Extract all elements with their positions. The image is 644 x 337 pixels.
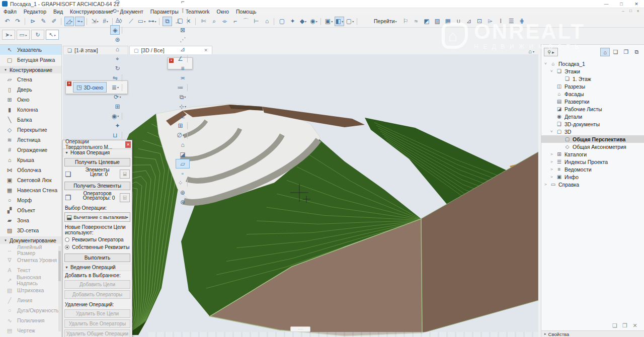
arc-tool[interactable]: ○ Дуга/Окружность xyxy=(0,305,61,315)
stair-tool[interactable]: ≋ Лестница xyxy=(0,135,61,145)
align-middle-icon[interactable]: ≍ xyxy=(176,73,190,82)
tree-3d-documents[interactable]: ❑ 3D-документы xyxy=(541,120,644,128)
arc-icon[interactable]: ⌒ xyxy=(241,17,251,26)
slope-icon[interactable]: ∠ xyxy=(176,54,185,63)
flip-icon[interactable]: ⇋ xyxy=(110,73,120,82)
grid-icon[interactable]: ▦ xyxy=(443,17,453,26)
pointer-button[interactable]: ↖▸ xyxy=(46,30,59,40)
guide-segment-icon[interactable]: ⟋ xyxy=(126,17,136,26)
polygon-icon[interactable]: ◆▾ xyxy=(298,17,308,26)
pick-up-parameters-icon[interactable]: ⌯ xyxy=(220,17,229,26)
markup-icon[interactable]: ⚐ xyxy=(401,17,411,26)
dimension-tool[interactable]: ↔ Линейный Размер xyxy=(0,245,61,255)
tree-expander-icon[interactable]: ˅ xyxy=(550,129,555,134)
project-chooser-button[interactable]: ⚲ ▸ xyxy=(544,48,558,56)
union-icon[interactable]: ∪ xyxy=(454,17,463,26)
tree-expander-icon[interactable]: ˅ xyxy=(550,69,555,73)
hatch-icon[interactable]: ◩ xyxy=(422,17,432,26)
label-tool[interactable]: ↗ Выносная Надпись xyxy=(0,275,61,285)
walk-icon[interactable]: ♙ xyxy=(110,16,124,25)
roof-tool[interactable]: ⌂ Крыша xyxy=(0,155,61,165)
pointer-tool[interactable]: ↖ Указатель xyxy=(0,45,61,55)
chain-icon[interactable]: ⊕ xyxy=(176,188,190,197)
delete-all-targets-button[interactable]: Удалить Все Цели xyxy=(64,309,130,318)
menu-item[interactable]: Окно xyxy=(213,9,232,15)
level-dimension-tool[interactable]: ∇ Отметка Уровня xyxy=(0,255,61,265)
edit-plane-icon[interactable]: ◪ xyxy=(176,149,190,159)
door-tool[interactable]: ▯ Дверь xyxy=(0,85,61,95)
camera-marker-icon[interactable]: ⌖ xyxy=(110,54,124,63)
layouts-icon[interactable]: ❐ xyxy=(621,48,631,56)
column-tool[interactable]: ▮ Колонна xyxy=(0,105,61,115)
add-operators-button[interactable]: Добавить Операторы xyxy=(64,290,130,299)
tab-close-icon[interactable]: ✕ xyxy=(194,48,208,53)
go-to-button[interactable]: Перейти▾ xyxy=(371,17,400,26)
turn-icon[interactable]: ↻ xyxy=(110,63,124,73)
delete-all-operators-button[interactable]: Удалить Все Операторы xyxy=(64,319,130,328)
stamp-icon[interactable]: ⊡ xyxy=(475,17,485,26)
section-document[interactable]: ▾ Документирование xyxy=(0,236,61,244)
marquee-tool[interactable]: ▢ Бегущая Рамка xyxy=(0,55,61,65)
get-operator-elements-button[interactable]: Получить Элементы Операторов xyxy=(64,182,130,190)
curtain-wall-tool[interactable]: ▦ Навесная Стена xyxy=(0,185,61,195)
trace-reference-icon[interactable]: ⧉ xyxy=(163,17,172,26)
beam-tool[interactable]: ╲ Балка xyxy=(0,115,61,125)
window-tool[interactable]: ⊞ Окно xyxy=(0,95,61,105)
tab-3d-all[interactable]: ▢ [3D / Все] ✕ xyxy=(129,46,212,54)
adjust-icon[interactable]: ⊢ xyxy=(252,17,261,26)
home-view-icon[interactable]: ⌂ xyxy=(176,140,190,149)
execute-button[interactable]: Выполнить xyxy=(64,254,130,262)
order-icon[interactable]: ⊥ xyxy=(176,111,190,121)
toolbar-close-icon[interactable]: ✕ xyxy=(169,58,174,63)
menu-item[interactable]: Файл xyxy=(0,9,20,15)
viewpoints-icon[interactable]: ❏ xyxy=(611,48,620,56)
collapsed-control-box[interactable]: ···· xyxy=(290,326,310,332)
drawing-tool[interactable]: ▤ Чертеж xyxy=(0,325,61,335)
small-box-icon[interactable]: ▫ xyxy=(176,168,190,178)
pen-icon[interactable]: ✐ xyxy=(49,17,59,26)
delete-icon[interactable]: ✕ xyxy=(630,322,640,329)
redo-icon[interactable]: ↷ xyxy=(13,17,23,26)
undo-icon[interactable]: ↶ xyxy=(3,17,12,26)
tree-generic-axonometry[interactable]: ◇ Общая Аксонометрия xyxy=(541,143,644,150)
sphere-icon[interactable]: ◉▾ xyxy=(309,17,318,26)
show-operators-button[interactable]: ⌹ xyxy=(120,193,130,202)
text-style-icon[interactable]: I xyxy=(496,17,506,26)
tree-elevations[interactable]: ⌂ Фасады xyxy=(541,90,644,98)
sphere-icon[interactable]: ◉▾ xyxy=(110,111,120,121)
magnet-icon[interactable]: ∅▾ xyxy=(176,130,185,140)
zone-tool[interactable]: ▰ Зона xyxy=(0,215,61,225)
manage-operations-section[interactable]: ▼ Ведение Операций xyxy=(63,264,132,271)
fillet-edit-icon[interactable]: ⌐ xyxy=(176,0,190,6)
marquee-arrow-button[interactable]: ➤▸ xyxy=(2,30,15,40)
tree-expander-icon[interactable]: ˃ xyxy=(550,175,555,179)
wall-tool[interactable]: ▱ Стена xyxy=(0,74,61,85)
morph-tool[interactable]: ○ Морф xyxy=(0,195,61,205)
menu-item[interactable]: Редактор xyxy=(20,9,50,15)
publisher-icon[interactable]: ⧉ xyxy=(632,48,641,56)
show-targets-button[interactable]: ⌸ xyxy=(120,170,130,179)
add-shape-icon[interactable]: ⊞ xyxy=(110,102,124,111)
palette-title-bar[interactable]: Операции Твердотельного М... ✕ xyxy=(63,140,132,149)
delete-common-operations-button[interactable]: Удалить Общие Операции xyxy=(64,329,130,337)
elevate-icon[interactable]: ⊺ xyxy=(176,6,190,16)
window-3d-icon[interactable]: ◧▾ xyxy=(335,17,344,26)
tree-details[interactable]: ◉ Детали xyxy=(541,113,644,120)
tree-info[interactable]: ˃ ▣ Инфо xyxy=(541,173,644,181)
rotate-view-button[interactable]: ↻ xyxy=(31,30,44,40)
document-window-controls[interactable]: – □ x xyxy=(622,9,641,13)
maximize-button[interactable]: □ xyxy=(614,2,629,7)
box-x-icon[interactable]: ⊠ xyxy=(176,25,190,35)
tree-project[interactable]: ˅ ⌂ Посадка_1 xyxy=(541,60,644,67)
chain-alt-icon[interactable]: ⊛ xyxy=(176,197,190,207)
line-tool[interactable]: ╱ Линия xyxy=(0,295,61,305)
fit-window-icon[interactable]: ▣▾ xyxy=(324,17,334,26)
grid-snap-icon[interactable]: #▾ xyxy=(101,17,110,26)
railing-tool[interactable]: # Ограждение xyxy=(0,145,61,155)
tree-expander-icon[interactable]: ˃ xyxy=(550,159,555,164)
tree-lists[interactable]: ˃ ≡ Ведомости xyxy=(541,165,644,173)
new-operation-section[interactable]: ▼ Новая Операция xyxy=(63,149,132,156)
operator-attributes-radio[interactable]: Реквизиты Оператора xyxy=(63,236,132,243)
zoom-select-icon[interactable]: ⌕ xyxy=(209,17,219,26)
object-tool[interactable]: ▞ Объект xyxy=(0,205,61,215)
